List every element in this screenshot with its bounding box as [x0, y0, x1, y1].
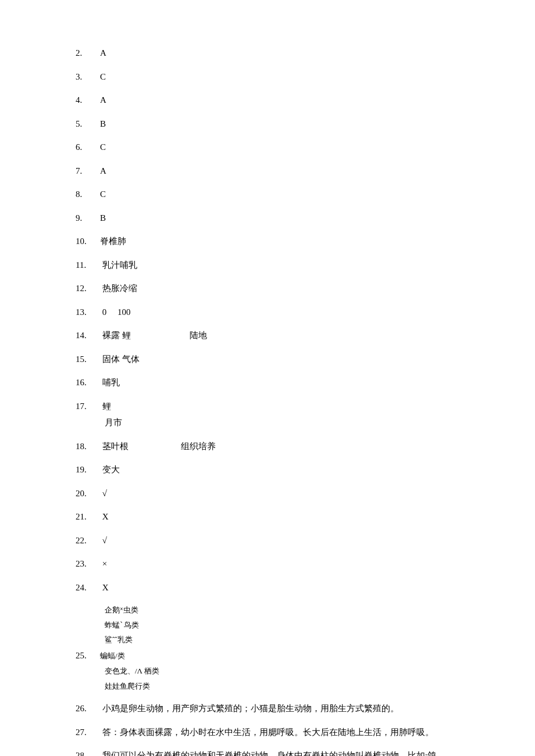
answer-25: 企鹅ˣ虫类 蚱蜢ˋ鸟类 鲨ˆˆ乳类 25.蝙蝠/类 变色龙、/Λ 栖类 娃娃鱼爬…: [76, 604, 465, 691]
answer-text: 固体 气体: [92, 354, 140, 364]
answer-number: 21.: [76, 510, 92, 524]
answer-14: 14. 裸露 鲤 陆地: [76, 329, 465, 342]
answer-text: 脊椎肺: [92, 237, 126, 246]
answer-text: 裸露 鲤 陆地: [92, 331, 207, 340]
answer-22: 22. √: [76, 534, 465, 547]
answer-number: 3.: [76, 70, 92, 84]
answer-number: 8.: [76, 188, 92, 201]
answer-text: B: [92, 119, 106, 128]
answer-number: 7.: [76, 164, 92, 178]
answer-number: 12.: [76, 282, 92, 295]
answer-number: 25.: [76, 649, 92, 662]
answer-text: 蝙蝠/类: [92, 651, 125, 660]
answer-number: 10.: [76, 235, 92, 248]
answer-number: 16.: [76, 376, 92, 389]
answer-text: X: [92, 583, 109, 592]
answer-text: 小鸡是卵生动物，用产卵方式繁殖的；小猫是胎生动物，用胎生方式繁殖的。: [92, 704, 399, 713]
answer-10: 10.脊椎肺: [76, 235, 465, 248]
answer-3: 3.C: [76, 70, 465, 84]
answer-12: 12. 热胀冷缩: [76, 282, 465, 295]
answer-number: 23.: [76, 557, 92, 571]
answer-number: 13.: [76, 306, 92, 319]
answer-25-line: 娃娃鱼爬行类: [105, 680, 465, 692]
answer-number: 17.: [76, 400, 92, 413]
answer-9: 9.B: [76, 212, 465, 225]
answer-24: 24. X: [76, 581, 465, 594]
answer-25-line: 变色龙、/Λ 栖类: [105, 665, 465, 677]
answer-number: 19.: [76, 463, 92, 476]
answer-26: 26. 小鸡是卵生动物，用产卵方式繁殖的；小猫是胎生动物，用胎生方式繁殖的。: [76, 702, 465, 715]
answer-27: 27. 答：身体表面裸露，幼小时在水中生活，用腮呼吸。长大后在陆地上生活，用肺呼…: [76, 726, 465, 739]
answer-text: A: [92, 95, 106, 105]
answer-text: 0 100: [92, 307, 131, 317]
answer-5: 5.B: [76, 117, 465, 131]
answer-25-line: 企鹅ˣ虫类: [105, 604, 465, 616]
answer-number: 5.: [76, 117, 92, 131]
document-page: 2.A 3.C 4.A 5.B 6.C 7.A 8.C 9.B 10.脊椎肺 1…: [0, 0, 535, 756]
answer-number: 28.: [76, 749, 92, 756]
answer-18: 18. 茎叶根 组织培养: [76, 440, 465, 453]
answer-21: 21. X: [76, 510, 465, 524]
answer-23: 23. ×: [76, 557, 465, 571]
answer-text: 答：身体表面裸露，幼小时在水中生活，用腮呼吸。长大后在陆地上生活，用肺呼吸。: [92, 728, 434, 737]
answer-number: 22.: [76, 534, 92, 547]
answer-number: 11.: [76, 259, 92, 272]
answer-number: 18.: [76, 440, 92, 453]
answer-text: ×: [92, 559, 107, 568]
answer-text: A: [92, 48, 106, 58]
answer-number: 6.: [76, 141, 92, 154]
answer-text: 茎叶根 组织培养: [92, 442, 216, 451]
answer-15: 15. 固体 气体: [76, 353, 465, 366]
answer-text: √: [92, 536, 107, 545]
answer-4: 4.A: [76, 94, 465, 107]
answer-17-sub: 月市: [105, 416, 465, 429]
answer-text: X: [92, 512, 109, 521]
answer-13: 13. 0 100: [76, 306, 465, 319]
answer-number: 26.: [76, 702, 92, 715]
answer-number: 9.: [76, 212, 92, 225]
answer-text: C: [92, 72, 106, 81]
answer-20: 20. √: [76, 487, 465, 500]
answer-text: 乳汁哺乳: [92, 260, 137, 270]
answer-16: 16. 哺乳: [76, 376, 465, 389]
answer-25-main: 25.蝙蝠/类: [76, 649, 465, 662]
answer-number: 14.: [76, 329, 92, 342]
answer-28: 28. 我们可以分为有脊椎的动物和无脊椎的动物，身体中有脊柱的动物叫脊椎动物。比…: [76, 749, 465, 756]
answer-text: C: [92, 142, 106, 152]
answer-8: 8.C: [76, 188, 465, 201]
answer-11: 11. 乳汁哺乳: [76, 259, 465, 272]
answer-7: 7.A: [76, 164, 465, 178]
answer-text: 我们可以分为有脊椎的动物和无脊椎的动物，身体中有脊柱的动物叫脊椎动物。比如:鸽: [92, 751, 436, 756]
answer-19: 19. 变大: [76, 463, 465, 476]
answer-text: C: [92, 189, 106, 199]
answer-text: A: [92, 166, 106, 175]
answer-text: 哺乳: [92, 378, 120, 387]
answer-number: 4.: [76, 94, 92, 107]
answer-number: 24.: [76, 581, 92, 594]
answer-number: 15.: [76, 353, 92, 366]
answer-number: 20.: [76, 487, 92, 500]
answer-text: 鲤: [92, 402, 111, 411]
answer-2: 2.A: [76, 46, 465, 60]
answer-6: 6.C: [76, 141, 465, 154]
answer-25-line: 鲨ˆˆ乳类: [105, 634, 465, 646]
answer-text: B: [92, 213, 106, 223]
answer-25-line: 蚱蜢ˋ鸟类: [105, 619, 465, 631]
answer-text: √: [92, 489, 107, 498]
answer-number: 2.: [76, 46, 92, 60]
answer-number: 27.: [76, 726, 92, 739]
answer-17: 17. 鲤: [76, 400, 465, 413]
answer-text: 变大: [92, 465, 120, 474]
answer-text: 热胀冷缩: [92, 284, 137, 293]
